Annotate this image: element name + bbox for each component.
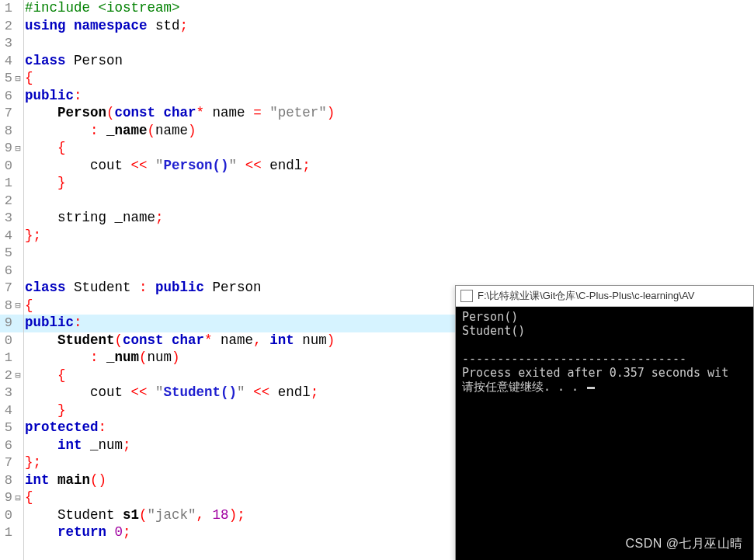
- fold-icon: [12, 228, 23, 245]
- code-line[interactable]: 7 Person(const char* name = "peter"): [0, 105, 754, 123]
- line-number: 4: [0, 228, 12, 245]
- line-number: 9: [0, 489, 12, 507]
- line-number: 6: [0, 88, 12, 106]
- line-number: 9: [0, 140, 12, 158]
- fold-icon: [12, 18, 23, 36]
- line-number: 3: [0, 210, 12, 228]
- fold-icon: [12, 419, 23, 437]
- fold-icon[interactable]: ⊟: [12, 140, 23, 158]
- fold-icon[interactable]: ⊟: [12, 70, 23, 88]
- line-number: 7: [0, 454, 12, 472]
- code-text[interactable]: Person(const char* name = "peter"): [23, 105, 754, 123]
- code-line[interactable]: 3 string _name;: [0, 210, 754, 228]
- fold-icon: [12, 507, 23, 525]
- code-line[interactable]: 1#include <iostream>: [0, 0, 754, 18]
- fold-icon: [12, 53, 23, 71]
- console-line: Person(): [462, 310, 518, 324]
- fold-icon: [12, 402, 23, 420]
- code-text[interactable]: cout << "Person()" << endl;: [23, 158, 754, 176]
- code-line[interactable]: 8 : _name(name): [0, 123, 754, 141]
- fold-icon: [12, 35, 23, 53]
- line-number: 1: [0, 0, 12, 18]
- fold-icon: [12, 175, 23, 193]
- line-number: 6: [0, 263, 12, 280]
- line-number: 3: [0, 35, 12, 53]
- line-number: 0: [0, 158, 12, 176]
- code-line[interactable]: 2: [0, 193, 754, 210]
- console-titlebar[interactable]: F:\比特就业课\Git仓库\C-Plus-Plus\c-learning\AV: [456, 286, 753, 307]
- code-text[interactable]: }: [23, 175, 754, 193]
- line-number: 5: [0, 245, 12, 263]
- line-number: 0: [0, 507, 12, 525]
- console-line: --------------------------------: [462, 352, 686, 366]
- code-text[interactable]: using namespace std;: [23, 18, 754, 36]
- line-number: 1: [0, 175, 12, 193]
- code-line[interactable]: 4class Person: [0, 53, 754, 71]
- code-line[interactable]: 6: [0, 263, 754, 280]
- code-line[interactable]: 2using namespace std;: [0, 18, 754, 36]
- console-title-text: F:\比特就业课\Git仓库\C-Plus-Plus\c-learning\AV: [478, 289, 694, 303]
- code-text[interactable]: public:: [23, 88, 754, 106]
- fold-icon: [12, 472, 23, 490]
- fold-icon: [12, 350, 23, 367]
- line-number: 6: [0, 437, 12, 455]
- fold-icon: [12, 454, 23, 472]
- fold-icon[interactable]: ⊟: [12, 489, 23, 507]
- code-line[interactable]: 4};: [0, 228, 754, 245]
- fold-icon: [12, 210, 23, 228]
- code-text[interactable]: : _name(name): [23, 123, 754, 141]
- fold-icon: [12, 158, 23, 176]
- console-line: Process exited after 0.357 seconds wit: [462, 366, 728, 380]
- console-window[interactable]: F:\比特就业课\Git仓库\C-Plus-Plus\c-learning\AV…: [455, 285, 754, 560]
- code-line[interactable]: 5⊟{: [0, 70, 754, 88]
- code-text[interactable]: {: [23, 140, 754, 158]
- code-text[interactable]: [23, 245, 754, 263]
- line-number: 4: [0, 53, 12, 71]
- fold-icon: [12, 524, 23, 542]
- code-text[interactable]: [23, 263, 754, 280]
- fold-icon: [12, 245, 23, 263]
- line-number: 1: [0, 524, 12, 542]
- line-number: 8: [0, 472, 12, 490]
- line-number: 5: [0, 70, 12, 88]
- code-text[interactable]: class Person: [23, 53, 754, 71]
- line-number: 8: [0, 297, 12, 315]
- fold-icon: [12, 437, 23, 455]
- console-output[interactable]: Person() Student() ---------------------…: [456, 307, 753, 560]
- line-number: 4: [0, 402, 12, 420]
- line-number: 7: [0, 105, 12, 123]
- line-number: 3: [0, 384, 12, 402]
- code-text[interactable]: {: [23, 70, 754, 88]
- code-text[interactable]: };: [23, 228, 754, 245]
- code-line[interactable]: 0 cout << "Person()" << endl;: [0, 158, 754, 176]
- code-text[interactable]: [23, 35, 754, 53]
- code-text[interactable]: #include <iostream>: [23, 0, 754, 18]
- fold-icon: [12, 193, 23, 210]
- line-number: 5: [0, 419, 12, 437]
- fold-icon: [12, 88, 23, 106]
- fold-icon: [12, 332, 23, 350]
- line-number: 2: [0, 367, 12, 385]
- fold-icon: [12, 280, 23, 297]
- fold-icon: [12, 263, 23, 280]
- console-icon: [460, 290, 473, 302]
- code-line[interactable]: 1 }: [0, 175, 754, 193]
- fold-icon[interactable]: ⊟: [12, 367, 23, 385]
- fold-icon: [12, 105, 23, 123]
- code-line[interactable]: 3: [0, 35, 754, 53]
- line-number: 7: [0, 280, 12, 297]
- line-number: 2: [0, 193, 12, 210]
- console-line: 请按任意键继续. . .: [462, 380, 585, 394]
- fold-icon: [12, 384, 23, 402]
- line-number: 2: [0, 18, 12, 36]
- code-line[interactable]: 5: [0, 245, 754, 263]
- code-line[interactable]: 9⊟ {: [0, 140, 754, 158]
- fold-icon: [12, 123, 23, 141]
- console-line: Student(): [462, 324, 525, 338]
- code-text[interactable]: string _name;: [23, 210, 754, 228]
- code-line[interactable]: 6public:: [0, 88, 754, 106]
- line-number: 8: [0, 123, 12, 141]
- gutter-separator: [23, 0, 24, 560]
- code-text[interactable]: [23, 193, 754, 210]
- fold-icon[interactable]: ⊟: [12, 297, 23, 315]
